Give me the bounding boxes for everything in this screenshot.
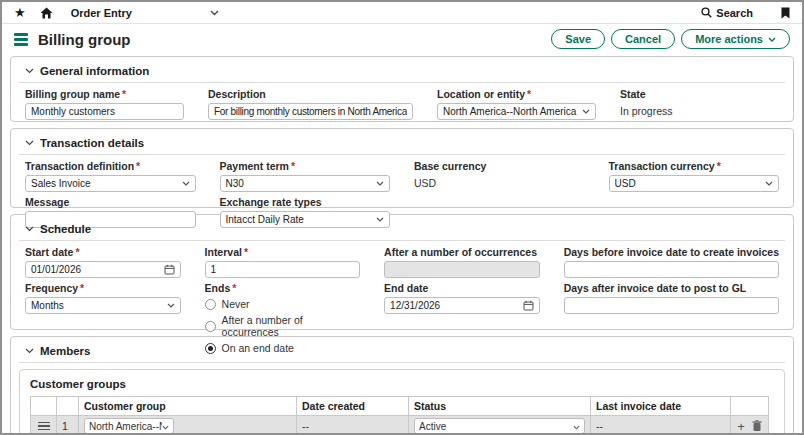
section-header-general[interactable]: General information xyxy=(19,62,785,83)
field-label: End date xyxy=(384,282,428,294)
application-menu[interactable]: Order Entry xyxy=(71,7,132,19)
transaction-currency-field: Transaction currency* USD xyxy=(609,160,780,192)
frequency-field: Frequency* Months xyxy=(25,282,181,354)
transaction-currency-select[interactable]: USD xyxy=(609,175,780,192)
status-select[interactable]: Active xyxy=(414,418,585,434)
radio-option-never[interactable]: Never xyxy=(205,298,361,310)
state-value: In progress xyxy=(620,103,779,117)
customer-groups-table: Customer group Date created Status Last … xyxy=(30,396,769,435)
chevron-down-icon xyxy=(573,421,580,432)
required-marker: * xyxy=(527,88,531,100)
field-label: Frequency xyxy=(25,282,78,294)
section-title: Transaction details xyxy=(40,137,144,149)
chevron-down-icon[interactable] xyxy=(210,10,219,16)
chevron-down-icon xyxy=(768,37,776,42)
bookmark-icon[interactable] xyxy=(781,7,790,19)
radio-icon[interactable] xyxy=(205,343,216,354)
save-button[interactable]: Save xyxy=(551,29,605,49)
base-currency-field: Base currency USD xyxy=(414,160,585,192)
radio-icon[interactable] xyxy=(205,299,216,310)
section-title: Members xyxy=(40,345,91,357)
search-label: Search xyxy=(716,7,753,19)
radio-label: Never xyxy=(222,298,250,310)
radio-option-occurrences[interactable]: After a number of occurrences xyxy=(205,314,361,338)
table-header-row: Customer group Date created Status Last … xyxy=(31,397,769,416)
billing-group-name-input[interactable]: Monthly customers xyxy=(25,103,184,120)
column-header: Status xyxy=(409,397,591,416)
collapse-chevron-icon[interactable] xyxy=(25,348,34,354)
chevron-down-icon xyxy=(582,109,590,114)
drag-handle-icon[interactable] xyxy=(38,422,50,431)
home-icon[interactable] xyxy=(40,7,53,19)
field-label: Description xyxy=(208,88,266,100)
interval-field: Interval* 1 xyxy=(205,246,361,278)
actions-column-header xyxy=(731,397,769,416)
collapse-chevron-icon[interactable] xyxy=(25,140,34,146)
more-actions-button[interactable]: More actions xyxy=(681,29,790,49)
customer-groups-title: Customer groups xyxy=(30,378,774,390)
days-after-input[interactable] xyxy=(564,297,779,314)
payment-term-select[interactable]: N30 xyxy=(220,175,391,192)
occurrences-input xyxy=(384,261,540,278)
occurrences-field: After a number of occurrences xyxy=(384,246,540,278)
days-before-input[interactable] xyxy=(564,261,779,278)
section-title: Schedule xyxy=(40,223,91,235)
calendar-icon[interactable] xyxy=(164,264,175,275)
required-marker: * xyxy=(136,160,140,172)
save-label: Save xyxy=(565,33,591,45)
radio-icon[interactable] xyxy=(205,321,216,332)
row-number: 1 xyxy=(57,416,79,435)
frequency-select[interactable]: Months xyxy=(25,297,181,314)
location-select[interactable]: North America--North America xyxy=(437,103,596,120)
add-row-icon[interactable]: + xyxy=(737,420,745,433)
required-marker: * xyxy=(291,160,295,172)
end-date-field: End date 12/31/2026 xyxy=(384,282,540,354)
description-input[interactable]: For billing monthly customers in North A… xyxy=(208,103,413,120)
collapse-chevron-icon[interactable] xyxy=(25,226,34,232)
field-label: Start date xyxy=(25,246,73,258)
base-currency-value: USD xyxy=(414,175,585,189)
section-header-transaction[interactable]: Transaction details xyxy=(19,134,785,155)
required-marker: * xyxy=(244,246,248,258)
ends-radio-group: Never After a number of occurrences On a… xyxy=(205,297,361,354)
exchange-rate-types-field: Exchange rate types Intacct Daily Rate xyxy=(220,196,391,228)
page-header: Billing group Save Cancel More actions xyxy=(2,24,802,54)
calendar-icon[interactable] xyxy=(523,300,534,311)
start-date-field: Start date* 01/01/2026 xyxy=(25,246,181,278)
top-navigation-bar: ★ Order Entry Search xyxy=(2,2,802,24)
field-label: Location or entity xyxy=(437,88,525,100)
required-marker: * xyxy=(80,282,84,294)
end-date-input[interactable]: 12/31/2026 xyxy=(384,297,540,314)
record-list-icon[interactable] xyxy=(14,33,28,46)
interval-input[interactable]: 1 xyxy=(205,261,361,278)
state-field: State In progress xyxy=(620,88,779,120)
transaction-definition-field: Transaction definition* Sales Invoice xyxy=(25,160,196,192)
days-before-field: Days before invoice date to create invoi… xyxy=(564,246,779,278)
field-label: Exchange rate types xyxy=(220,196,322,208)
favorite-star-icon[interactable]: ★ xyxy=(14,6,26,19)
radio-option-end-date[interactable]: On an end date xyxy=(205,342,361,354)
more-actions-label: More actions xyxy=(695,33,763,45)
chevron-down-icon xyxy=(376,181,384,186)
start-date-input[interactable]: 01/01/2026 xyxy=(25,261,181,278)
last-invoice-date-cell: -- xyxy=(591,416,731,435)
radio-label: After a number of occurrences xyxy=(222,314,361,338)
transaction-definition-select[interactable]: Sales Invoice xyxy=(25,175,196,192)
cancel-label: Cancel xyxy=(625,33,661,45)
global-search[interactable]: Search xyxy=(701,7,753,19)
cancel-button[interactable]: Cancel xyxy=(611,29,675,49)
search-icon xyxy=(701,7,712,18)
ends-field: Ends* Never After a number of occurrence… xyxy=(205,282,361,354)
delete-row-icon[interactable] xyxy=(752,420,762,432)
app-window: ★ Order Entry Search Billing group Save … xyxy=(0,0,804,435)
customer-group-select[interactable]: North America--North . xyxy=(84,418,174,434)
field-label: Billing group name xyxy=(25,88,120,100)
column-header: Customer group xyxy=(79,397,297,416)
description-field: Description For billing monthly customer… xyxy=(208,88,413,120)
general-information-section: General information Billing group name* … xyxy=(10,56,794,122)
field-label: Payment term xyxy=(220,160,289,172)
collapse-chevron-icon[interactable] xyxy=(25,68,34,74)
field-label: Message xyxy=(25,196,69,208)
chevron-down-icon xyxy=(765,181,773,186)
exchange-rate-types-select[interactable]: Intacct Daily Rate xyxy=(220,211,391,228)
